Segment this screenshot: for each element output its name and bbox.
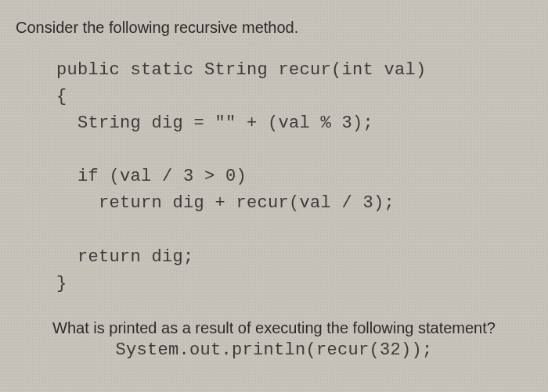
execution-statement: System.out.println(recur(32));	[16, 340, 532, 360]
question-prompt: What is printed as a result of executing…	[16, 319, 532, 337]
code-listing: public static String recur(int val) { St…	[56, 57, 532, 297]
intro-prompt: Consider the following recursive method.	[16, 19, 532, 37]
